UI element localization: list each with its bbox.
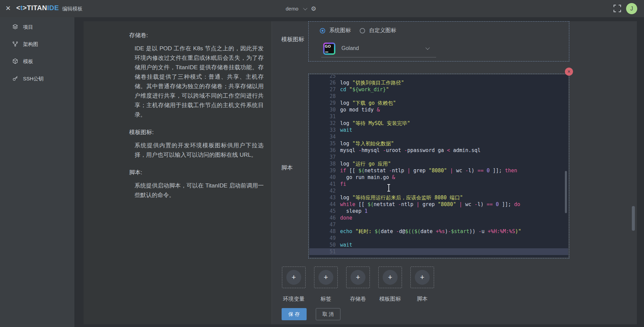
code-token: log (340, 160, 352, 167)
description-section-title: 脚本: (129, 169, 264, 176)
code-line-51: 51 (309, 248, 568, 255)
add-脚本-button[interactable]: + (410, 267, 434, 288)
line-number: 39 (326, 167, 336, 174)
gear-icon[interactable]: ⚙ (311, 5, 316, 12)
code-token: netstat (364, 167, 389, 174)
code-token: 1 (364, 208, 367, 215)
code-token: - (448, 228, 451, 235)
workspace-name[interactable]: demo (286, 6, 299, 11)
line-number: 49 (326, 235, 336, 242)
save-button[interactable]: 保 存 (282, 308, 307, 320)
chevron-down-icon (426, 46, 430, 50)
sidebar-item-模板[interactable]: 模板 (0, 55, 74, 68)
logo-main: TITAN (27, 4, 47, 11)
code-token: if (340, 167, 346, 174)
sidebar-item-label: 架构图 (23, 41, 38, 48)
cancel-button[interactable]: 取 消 (316, 308, 340, 320)
add-item-标签: +标签 (314, 267, 338, 303)
code-token: date (421, 228, 436, 235)
plus-icon: + (383, 270, 398, 285)
sidebar-item-label: 模板 (23, 58, 33, 65)
code-token: grep (420, 201, 438, 208)
code-token: | (416, 201, 420, 208)
script-field: ✕ 2526log "切换到项目工作路径"27cd "${work_dir}"2… (308, 74, 569, 258)
add-标签-button[interactable]: + (314, 267, 338, 288)
code-token: log (340, 120, 352, 127)
add-模板图标-button[interactable]: + (378, 267, 402, 288)
radio-dot-icon (320, 28, 325, 33)
code-token: log (340, 79, 352, 86)
code-token (456, 201, 459, 208)
description-section-title: 存储卷: (129, 31, 264, 39)
code-token (483, 167, 486, 174)
code-token: " (386, 86, 389, 93)
code-line-45: 45 sleep 1 (309, 208, 568, 215)
app-logo: <t>TITANIDE (16, 4, 59, 12)
avatar[interactable]: J (626, 3, 637, 14)
main-area: 存储卷:IDE 是以 POD 工作在 K8s 节点之上的，因此开发环境内修改过文… (74, 17, 644, 327)
code-token: $( (414, 228, 421, 235)
description-column: 存储卷:IDE 是以 POD 工作在 K8s 节点之上的，因此开发环境内修改过文… (129, 31, 264, 209)
add-存储卷-button[interactable]: + (346, 267, 370, 288)
plus-icon: + (318, 270, 333, 285)
remove-script-button[interactable]: ✕ (565, 68, 573, 76)
code-line-46: 46done (309, 215, 568, 221)
add-环境变量-button[interactable]: + (282, 267, 306, 288)
code-token: netstat (374, 201, 398, 208)
key-icon (12, 75, 18, 81)
description-section-title: 模板图标: (129, 128, 264, 136)
top-bar: ✕ <t>TITANIDE 编辑模板 demo ⚙ J (0, 0, 644, 17)
code-line-43: 43log "等待应用运行起来后，应该会监听 8080 端口" (309, 194, 568, 201)
code-token: == (487, 201, 493, 208)
code-token: - (398, 201, 401, 208)
code-token: cd (340, 86, 349, 93)
radio-自定义图标[interactable]: 自定义图标 (360, 27, 396, 34)
code-token: $start (451, 228, 469, 235)
code-token: "8080" (429, 167, 447, 174)
line-number: 44 (326, 201, 336, 208)
fullscreen-icon[interactable] (614, 5, 621, 12)
line-number: 25 (326, 75, 336, 79)
line-number: 28 (326, 93, 336, 100)
sidebar-item-SSH公钥[interactable]: SSH公钥 (0, 72, 74, 85)
radio-系统图标[interactable]: 系统图标 (320, 27, 351, 34)
code-token: d@ (399, 228, 405, 235)
code-token: & (377, 106, 380, 113)
code-token: $( (367, 201, 374, 208)
logo-accent: IDE (47, 4, 59, 11)
code-token: $(( (405, 228, 414, 235)
code-token: - (465, 167, 468, 174)
add-item-label: 模板图标 (378, 296, 402, 303)
add-item-label: 存储卷 (346, 296, 370, 303)
code-line-30: 30go mod tidy & (309, 106, 568, 113)
code-line-47: 47 (309, 221, 568, 228)
line-number: 30 (326, 106, 336, 113)
code-token: - (358, 147, 361, 154)
code-token: 0 (487, 167, 490, 174)
page-scrollbar[interactable] (632, 206, 635, 231)
sidebar-item-项目[interactable]: 项目 (0, 20, 74, 34)
workspace-selector[interactable]: demo ⚙ (286, 0, 316, 17)
code-token: ]]; (490, 167, 505, 174)
line-number: 29 (326, 100, 336, 106)
plus-icon: + (415, 270, 430, 285)
page-title: 编辑模板 (62, 6, 82, 12)
code-line-37: 37 (309, 154, 568, 160)
cube-icon (5, 58, 18, 65)
description-section-body: IDE 是以 POD 工作在 K8s 节点之上的，因此开发环境内修改过文件在重启… (129, 44, 264, 120)
add-item-环境变量: +环境变量 (282, 267, 306, 303)
icon-dropdown[interactable]: GO Goland (321, 42, 436, 57)
code-token: grep (410, 167, 429, 174)
code-token: "等待应用运行起来后，应该会监听 8080 端口" (352, 194, 463, 201)
code-line-49: 49 (309, 235, 568, 242)
editor-scrollbar[interactable] (565, 171, 567, 213)
code-token: "8080" (438, 201, 456, 208)
close-icon[interactable]: ✕ (5, 4, 11, 12)
line-number: 26 (326, 79, 336, 86)
code-line-31: 31 (309, 113, 568, 120)
code-token: ntlp (401, 201, 416, 208)
code-line-40: 40 go run main.go & (309, 174, 568, 181)
sidebar-item-架构图[interactable]: 架构图 (0, 37, 74, 51)
code-token: $( (358, 167, 364, 174)
code-editor[interactable]: 2526log "切换到项目工作路径"27cd "${work_dir}"282… (309, 75, 568, 257)
